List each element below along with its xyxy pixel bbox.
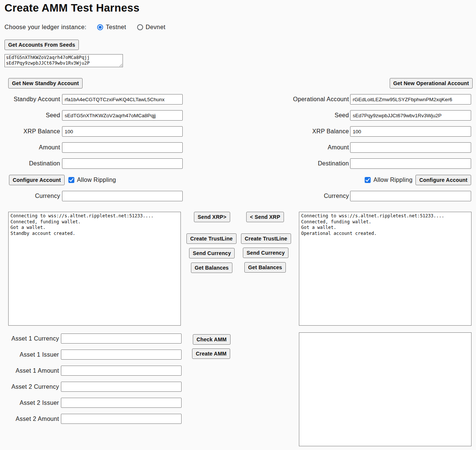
check-amm-button[interactable]: Check AMM xyxy=(193,334,231,345)
standby-configure-account-button[interactable]: Configure Account xyxy=(9,175,65,185)
radio-option-devnet[interactable]: Devnet xyxy=(137,24,166,31)
operational-seed-input[interactable] xyxy=(350,110,471,121)
devnet-radio-label: Devnet xyxy=(146,24,166,31)
standby-balance-row: XRP Balance xyxy=(0,126,183,137)
operational-destination-row: Destination xyxy=(288,158,471,169)
operational-currency-row: Currency xyxy=(288,191,471,201)
asset2-currency-row: Asset 2 Currency xyxy=(0,382,182,392)
operational-currency-input[interactable] xyxy=(350,191,471,201)
asset1-amount-row: Asset 1 Amount xyxy=(0,366,182,376)
standby-currency-row: Currency xyxy=(0,191,183,201)
operational-allow-rippling-label: Allow Rippling xyxy=(373,177,412,183)
asset2-issuer-input[interactable] xyxy=(61,398,182,408)
operational-balance-row: XRP Balance xyxy=(288,126,471,137)
radio-option-testnet[interactable]: Testnet xyxy=(97,24,126,31)
asset1-amount-input[interactable] xyxy=(61,366,182,376)
asset2-amount-row: Asset 2 Amount xyxy=(0,414,182,424)
standby-amount-row: Amount xyxy=(0,142,183,153)
operational-seed-label: Seed xyxy=(288,112,350,119)
standby-xrp-balance-input[interactable] xyxy=(62,126,183,137)
operational-seed-row: Seed xyxy=(288,110,471,121)
operational-send-xrp-button[interactable]: < Send XRP xyxy=(246,212,284,222)
operational-configure-row: Allow Rippling Configure Account xyxy=(288,174,471,185)
amm-results-textarea[interactable] xyxy=(299,332,472,446)
operational-account-label: Operational Account xyxy=(288,96,350,103)
standby-create-trustline-button[interactable]: Create TrustLine xyxy=(186,233,237,244)
standby-send-currency-button[interactable]: Send Currency xyxy=(189,248,235,258)
asset1-issuer-row: Asset 1 Issuer xyxy=(0,350,182,360)
operational-amount-row: Amount xyxy=(288,142,471,153)
asset2-amount-input[interactable] xyxy=(61,414,182,424)
asset1-issuer-label: Asset 1 Issuer xyxy=(0,351,61,358)
operational-send-currency-button[interactable]: Send Currency xyxy=(243,248,288,258)
operational-amount-input[interactable] xyxy=(350,142,471,153)
asset2-issuer-row: Asset 2 Issuer xyxy=(0,398,182,408)
operational-allow-rippling-checkbox[interactable] xyxy=(365,177,371,183)
standby-account-label: Standby Account xyxy=(0,96,62,103)
standby-currency-label: Currency xyxy=(0,193,62,199)
operational-account-form: Operational Account Seed XRP Balance Amo… xyxy=(288,94,471,201)
operational-currency-label: Currency xyxy=(288,193,350,199)
standby-allow-rippling-checkbox[interactable] xyxy=(68,177,74,183)
asset2-currency-label: Asset 2 Currency xyxy=(0,384,61,390)
asset1-currency-label: Asset 1 Currency xyxy=(0,335,61,342)
testnet-radio-label: Testnet xyxy=(106,24,126,31)
standby-amount-label: Amount xyxy=(0,144,62,151)
get-accounts-from-seeds-button[interactable]: Get Accounts From Seeds xyxy=(4,40,79,50)
standby-send-xrp-button[interactable]: Send XRP> xyxy=(194,212,230,222)
ledger-instance-label: Choose your ledger instance: xyxy=(4,24,86,31)
standby-seed-row: Seed xyxy=(0,110,183,121)
ledger-instance-row: Choose your ledger instance: Testnet Dev… xyxy=(4,23,166,31)
operational-results-textarea[interactable]: Connecting to wss://s.altnet.rippletest.… xyxy=(299,212,472,326)
asset1-currency-row: Asset 1 Currency xyxy=(0,333,182,344)
standby-destination-input[interactable] xyxy=(62,158,183,169)
standby-destination-row: Destination xyxy=(0,158,183,169)
get-new-operational-account-button[interactable]: Get New Operational Account xyxy=(390,78,473,89)
standby-get-balances-button[interactable]: Get Balances xyxy=(191,263,232,273)
amm-asset-form: Asset 1 Currency Asset 1 Issuer Asset 1 … xyxy=(0,333,182,424)
standby-seed-input[interactable] xyxy=(62,110,183,121)
standby-account-form: Standby Account Seed XRP Balance Amount … xyxy=(0,94,183,201)
testnet-radio-icon[interactable] xyxy=(97,24,103,30)
standby-destination-label: Destination xyxy=(0,160,62,167)
standby-account-input[interactable] xyxy=(62,94,183,105)
amm-test-harness-page: Create AMM Test Harness Choose your ledg… xyxy=(0,0,476,450)
devnet-radio-icon[interactable] xyxy=(137,24,143,30)
seeds-textarea[interactable]: sEdTG5nXThKWZoV2aqrh47oMCa8Pqjj sEd7Pqy9… xyxy=(4,54,123,67)
standby-amount-input[interactable] xyxy=(62,142,183,153)
operational-destination-label: Destination xyxy=(288,160,350,167)
standby-configure-row: Configure Account Allow Rippling xyxy=(0,174,183,185)
operational-get-balances-button[interactable]: Get Balances xyxy=(244,262,286,273)
operational-amount-label: Amount xyxy=(288,144,350,151)
operational-create-trustline-button[interactable]: Create TrustLine xyxy=(241,233,291,244)
asset1-amount-label: Asset 1 Amount xyxy=(0,367,61,374)
asset2-issuer-label: Asset 2 Issuer xyxy=(0,400,61,406)
asset1-issuer-input[interactable] xyxy=(61,350,182,360)
operational-account-row: Operational Account xyxy=(288,94,471,105)
operational-destination-input[interactable] xyxy=(350,158,471,169)
operational-xrp-balance-label: XRP Balance xyxy=(288,128,350,135)
operational-account-input[interactable] xyxy=(350,94,471,105)
create-amm-button[interactable]: Create AMM xyxy=(192,348,230,359)
get-new-standby-account-button[interactable]: Get New Standby Account xyxy=(8,78,83,89)
standby-seed-label: Seed xyxy=(0,112,62,119)
asset1-currency-input[interactable] xyxy=(61,333,182,344)
asset2-amount-label: Asset 2 Amount xyxy=(0,416,61,422)
standby-xrp-balance-label: XRP Balance xyxy=(0,128,62,135)
standby-allow-rippling-label: Allow Rippling xyxy=(77,177,116,183)
standby-results-textarea[interactable]: Connecting to wss://s.altnet.rippletest.… xyxy=(8,212,181,326)
asset2-currency-input[interactable] xyxy=(61,382,182,392)
standby-account-row: Standby Account xyxy=(0,94,183,105)
operational-xrp-balance-input[interactable] xyxy=(350,126,471,137)
standby-currency-input[interactable] xyxy=(62,191,183,201)
operational-configure-account-button[interactable]: Configure Account xyxy=(415,175,471,185)
page-title: Create AMM Test Harness xyxy=(4,2,139,14)
